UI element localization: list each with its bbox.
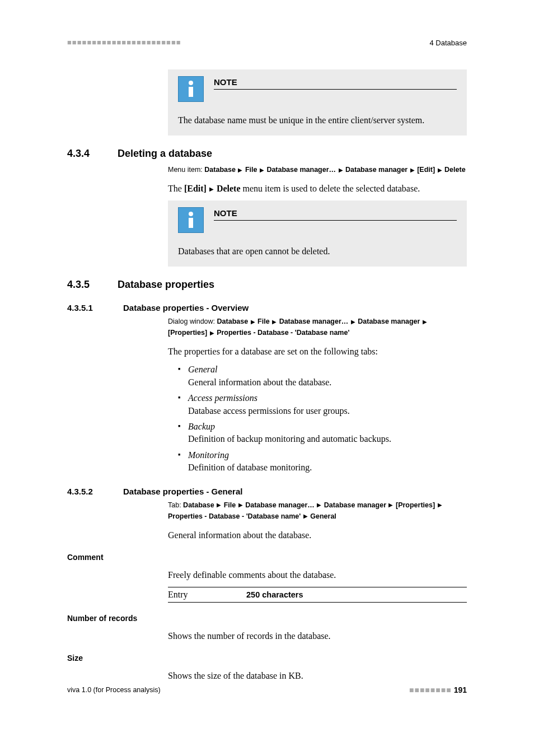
note-box: NOTE The database name must be unique in… [168, 69, 467, 136]
path-seg: [Edit] [417, 166, 435, 174]
field-size-body: Shows the size of the database in KB. [168, 669, 467, 682]
tab-name: Access permissions [188, 393, 257, 403]
page-number: 191 [454, 685, 467, 694]
path-seg: Database manager [358, 318, 420, 325]
entry-label: Entry [168, 587, 246, 602]
path-seg: Database [204, 166, 236, 174]
subsection-4351-body: Dialog window: Database ▶ File ▶ Databas… [168, 316, 467, 474]
note-title: NOTE [214, 208, 457, 221]
header-chapter: 4 Database [430, 39, 467, 47]
path-seg: [Properties] [168, 329, 207, 337]
note-body: Databases that are open cannot be delete… [178, 246, 457, 256]
menu-path: Tab: Database ▶ File ▶ Database manager…… [168, 500, 467, 522]
text: The [168, 184, 184, 193]
field-desc: Freely definable comments about the data… [168, 568, 467, 581]
entry-table: Entry 250 characters [168, 587, 467, 603]
ui-ref: [Edit] [184, 184, 207, 193]
path-seg: Database manager [324, 501, 386, 509]
field-label-comment: Comment [67, 553, 467, 562]
subsection-heading-4351: 4.3.5.1 Database properties - Overview [67, 303, 467, 312]
section-heading-434: 4.3.4 Deleting a database [67, 148, 467, 160]
subsection-heading-4352: 4.3.5.2 Database properties - General [67, 487, 467, 496]
tab-desc: General information about the database. [188, 377, 331, 387]
ui-ref: Delete [217, 184, 241, 193]
path-seg: File [245, 166, 257, 174]
subsection-4352-body: Tab: Database ▶ File ▶ Database manager…… [168, 500, 467, 542]
footer-ornament: ■■■■■■■■ [409, 685, 452, 694]
info-icon [178, 76, 204, 102]
paragraph: The properties for a database are set on… [168, 345, 467, 358]
field-records-body: Shows the number of records in the datab… [168, 629, 467, 642]
field-desc: Shows the size of the database in KB. [168, 669, 467, 682]
path-prefix: Menu item: [168, 166, 204, 174]
path-prefix: Dialog window: [168, 318, 217, 325]
path-seg: Database manager… [279, 318, 349, 325]
field-comment-body: Freely definable comments about the data… [168, 568, 467, 603]
paragraph: General information about the database. [168, 529, 467, 542]
menu-path: Dialog window: Database ▶ File ▶ Databas… [168, 316, 467, 338]
list-item: GeneralGeneral information about the dat… [178, 363, 467, 389]
section-434-body: Menu item: Database ▶ File ▶ Database ma… [168, 164, 467, 195]
list-item: MonitoringDefinition of database monitor… [178, 449, 467, 474]
tab-desc: Definition of database monitoring. [188, 463, 312, 472]
text: menu item is used to delete the selected… [241, 184, 420, 193]
property-tabs-list: GeneralGeneral information about the dat… [178, 363, 467, 474]
header-ornament: ■■■■■■■■■■■■■■■■■■■■■■■ [67, 38, 181, 47]
footer-product: viva 1.0 (for Process analysis) [67, 686, 161, 694]
menu-path: Menu item: Database ▶ File ▶ Database ma… [168, 164, 467, 175]
entry-value: 250 characters [246, 587, 467, 602]
path-prefix: Tab: [168, 501, 183, 509]
path-seg: File [257, 318, 270, 325]
section-number: 4.3.5 [67, 279, 118, 291]
path-seg: Database [183, 501, 214, 509]
path-seg: File [224, 501, 236, 509]
path-seg: Database manager… [266, 166, 336, 174]
field-desc: Shows the number of records in the datab… [168, 629, 467, 642]
section-title: Deleting a database [118, 148, 212, 160]
tab-desc: Definition of backup monitoring and auto… [188, 434, 391, 444]
footer-page: ■■■■■■■■191 [409, 685, 467, 694]
note-title: NOTE [214, 77, 457, 90]
list-item: BackupDefinition of backup monitoring an… [178, 421, 467, 446]
path-seg: Properties - Database - 'Database name' [217, 329, 349, 337]
entry-value-text: 250 characters [246, 590, 303, 599]
section-number: 4.3.4 [67, 148, 118, 160]
info-icon [178, 207, 204, 233]
note-header: NOTE [178, 76, 457, 102]
path-seg: Database manager [345, 166, 407, 174]
tab-name: Monitoring [188, 450, 229, 460]
tab-desc: Database access permissions for user gro… [188, 406, 350, 416]
page-footer: viva 1.0 (for Process analysis) ■■■■■■■■… [67, 685, 467, 694]
list-item: Access permissionsDatabase access permis… [178, 392, 467, 417]
subsection-number: 4.3.5.1 [67, 303, 123, 312]
subsection-number: 4.3.5.2 [67, 487, 123, 496]
path-seg: General [310, 512, 336, 520]
note-box: NOTE Databases that are open cannot be d… [168, 200, 467, 267]
field-label-size: Size [67, 654, 467, 662]
tab-name: Backup [188, 422, 215, 431]
tab-name: General [188, 365, 217, 374]
page: ■■■■■■■■■■■■■■■■■■■■■■■ 4 Database NOTE … [0, 0, 534, 756]
field-label-records: Number of records [67, 614, 467, 623]
path-seg: [Properties] [396, 501, 435, 509]
path-seg: Properties - Database - 'Database name' [168, 512, 301, 520]
section-heading-435: 4.3.5 Database properties [67, 279, 467, 291]
note-header: NOTE [178, 207, 457, 233]
path-seg: Delete [444, 166, 466, 174]
path-seg: Database manager… [245, 501, 315, 509]
path-seg: Database [217, 318, 249, 325]
page-header: ■■■■■■■■■■■■■■■■■■■■■■■ 4 Database [67, 38, 467, 47]
section-title: Database properties [118, 279, 214, 291]
note-body: The database name must be unique in the … [178, 115, 457, 125]
subsection-title: Database properties - Overview [123, 303, 249, 312]
subsection-title: Database properties - General [123, 487, 242, 496]
paragraph: The [Edit] ▶ Delete menu item is used to… [168, 182, 467, 195]
